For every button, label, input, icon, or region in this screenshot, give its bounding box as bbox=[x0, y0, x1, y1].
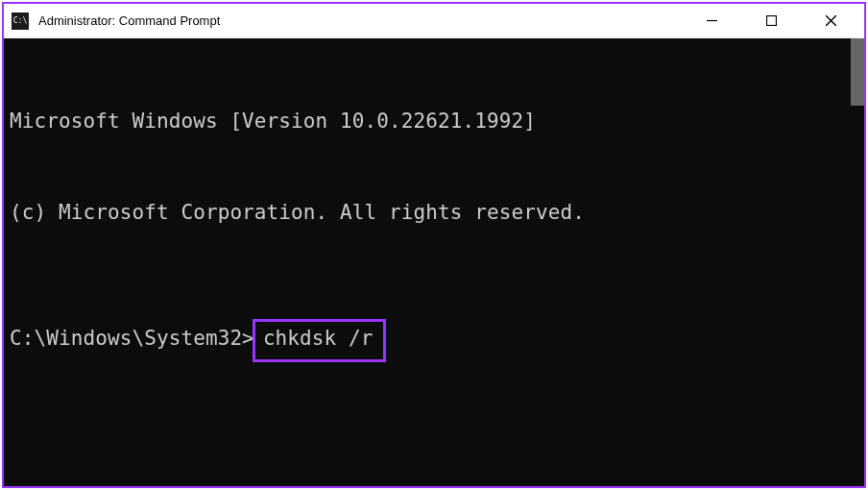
prompt-line: C:\Windows\System32>chkdsk /r bbox=[10, 319, 864, 362]
version-line: Microsoft Windows [Version 10.0.22621.19… bbox=[10, 107, 864, 137]
minimize-button[interactable] bbox=[682, 4, 741, 38]
titlebar[interactable]: Administrator: Command Prompt bbox=[4, 4, 864, 38]
maximize-button[interactable] bbox=[741, 4, 801, 38]
svg-rect-1 bbox=[766, 16, 776, 26]
close-button[interactable] bbox=[801, 4, 860, 38]
scrollbar-track[interactable] bbox=[851, 38, 864, 486]
terminal-area[interactable]: Microsoft Windows [Version 10.0.22621.19… bbox=[4, 38, 864, 486]
command-prompt-window: Administrator: Command Prompt Microsoft … bbox=[2, 2, 866, 488]
close-icon bbox=[826, 15, 836, 26]
prompt-path: C:\Windows\System32> bbox=[10, 327, 254, 350]
copyright-line: (c) Microsoft Corporation. All rights re… bbox=[10, 198, 864, 229]
command-input[interactable]: chkdsk /r bbox=[253, 319, 386, 362]
window-title: Administrator: Command Prompt bbox=[38, 13, 682, 28]
minimize-icon bbox=[707, 15, 717, 26]
scrollbar-thumb[interactable] bbox=[851, 38, 864, 106]
window-controls bbox=[682, 4, 860, 37]
maximize-icon bbox=[766, 15, 777, 26]
terminal-output: Microsoft Windows [Version 10.0.22621.19… bbox=[4, 38, 864, 423]
cmd-icon bbox=[12, 12, 29, 30]
